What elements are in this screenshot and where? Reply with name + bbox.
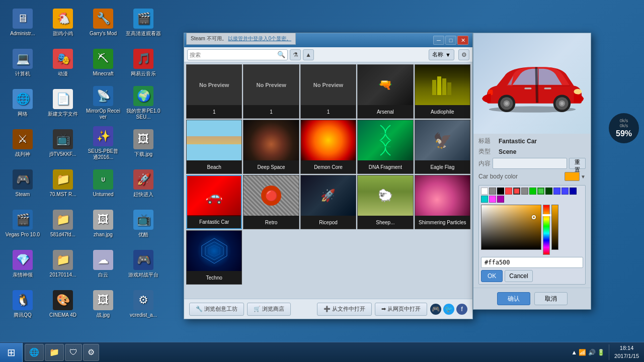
preset-red1[interactable] bbox=[505, 188, 512, 195]
wallpaper-item-noprev1[interactable]: No Preview 1 bbox=[186, 64, 242, 119]
desktop-icon-gaoqing[interactable]: 🎬 至高清道观看器 bbox=[123, 3, 164, 43]
wallpaper-item-eagleflag[interactable]: 🦅 Eagle Flag bbox=[415, 120, 470, 174]
preset-magenta[interactable] bbox=[489, 196, 496, 203]
preview-panel: 标题 Fantastic Car 类型 Scene 内容 重置 Car body… bbox=[473, 33, 591, 310]
confirm-button[interactable]: 确认 bbox=[497, 292, 530, 305]
desktop-icon-mirrorreceiver[interactable]: 📡 MirrorOp Receiver bbox=[83, 83, 123, 123]
taskbar-item-explorer[interactable]: 📁 bbox=[45, 344, 64, 361]
search-input[interactable] bbox=[190, 52, 277, 58]
color-ok-button[interactable]: OK bbox=[481, 270, 503, 282]
desktop-icon-qq[interactable]: 🐧 腾讯QQ bbox=[3, 284, 43, 324]
color-cancel-button[interactable]: Cancel bbox=[505, 270, 532, 282]
wallpaper-item-beach[interactable]: Beach bbox=[186, 120, 242, 174]
desktop-icon-wodeworld[interactable]: 🌍 我的世界PE1.0SEU... bbox=[123, 83, 164, 123]
desktop-icon-minecraft[interactable]: ⛏ Minecraft bbox=[83, 43, 123, 83]
wallpaper-item-arsenal[interactable]: 🔫 Arsenal bbox=[357, 64, 413, 119]
desktop-icon-admin[interactable]: 🖥 Administr... bbox=[3, 3, 43, 43]
desktop-icon-youku[interactable]: 📺 优酷 bbox=[123, 204, 164, 244]
close-button[interactable]: ✕ bbox=[457, 36, 468, 45]
desktop-icon-youxiduizhan[interactable]: 🎮 游戏对战平台 bbox=[123, 244, 164, 284]
color-swatch[interactable] bbox=[565, 172, 580, 181]
desktop-icon-qingjing[interactable]: 💎 亲情神领 bbox=[3, 244, 43, 284]
wallpaper-item-ricepod[interactable]: 🚀 Ricepod bbox=[300, 175, 356, 229]
preset-darkgreen[interactable] bbox=[545, 188, 552, 195]
social-icons: 🎮 🐦 f bbox=[430, 303, 467, 316]
desktop-icon-cinema4d[interactable]: 🎨 CINEMA 4D bbox=[43, 284, 83, 324]
desktop-icon-xiazajpg[interactable]: 🖼 下载.jpg bbox=[123, 123, 164, 163]
filter-button[interactable]: ⚗ bbox=[290, 49, 301, 60]
taskbar-item-ie[interactable]: 🌐 bbox=[25, 344, 44, 361]
desktop-icon-dongtai[interactable]: 🎭 动漫 bbox=[43, 43, 83, 83]
preset-blue2[interactable] bbox=[561, 188, 569, 195]
desktop-icon-steam[interactable]: 🎮 Steam bbox=[3, 163, 43, 204]
preset-darkblue[interactable] bbox=[570, 188, 577, 195]
preset-red-selected[interactable] bbox=[513, 188, 520, 195]
open-web-button[interactable]: ➡ 从网页中打开 bbox=[375, 303, 427, 316]
reset-button[interactable]: 重置 bbox=[569, 158, 586, 169]
wallpaper-item-noprev3[interactable]: No Preview 1 bbox=[300, 64, 356, 119]
preset-green-selected[interactable] bbox=[537, 188, 544, 195]
svg-marker-8 bbox=[205, 242, 223, 260]
browse-workshop-button[interactable]: 🔧 浏览创意工坊 bbox=[189, 303, 244, 316]
desktop-icon-vcredist[interactable]: ⚙ vcredist_a... bbox=[123, 284, 164, 324]
steam-notification-link[interactable]: 以接管并中登录入0个显密。 bbox=[228, 36, 291, 41]
color-hex-input[interactable] bbox=[481, 257, 583, 268]
desktop-icon-tianjixiaoji[interactable]: 🐔 甜鸡小鸡 bbox=[43, 3, 83, 43]
color-hue-strip[interactable] bbox=[543, 205, 550, 255]
desktop-icon-wangluo[interactable]: 🌐 网络 bbox=[3, 83, 43, 123]
desktop-icon-zhanlieshen[interactable]: ⚔ 战列神 bbox=[3, 123, 43, 163]
wallpaper-thumb-fantasticcar: 🚗 bbox=[187, 176, 241, 216]
sort-dropdown[interactable]: 名称 ▼ bbox=[429, 49, 454, 60]
desktop-icon-jisuanji[interactable]: 💻 计算机 bbox=[3, 43, 43, 83]
wallpaper-item-fantasticcar[interactable]: 🚗 Fantastic Car bbox=[186, 175, 242, 229]
color-dropdown-arrow[interactable]: ▼ bbox=[581, 174, 586, 179]
minimize-button[interactable]: ─ bbox=[433, 36, 444, 45]
desktop-icon-wangyiyunyinyue[interactable]: 🎵 网易云音乐 bbox=[123, 43, 164, 83]
wallpaper-item-noprev2[interactable]: No Preview 1 bbox=[243, 64, 299, 119]
maximize-button[interactable]: □ bbox=[445, 36, 456, 45]
desktop-icon-20170114[interactable]: 📁 20170114... bbox=[43, 244, 83, 284]
preset-cyan[interactable] bbox=[481, 196, 488, 203]
color-alpha-strip[interactable] bbox=[551, 205, 558, 250]
wallpaper-item-deepspace[interactable]: Deep Space bbox=[243, 120, 299, 174]
desktop-icon-zhanjpg[interactable]: 🖼 zhan.jpg bbox=[83, 204, 123, 244]
color-gradient-area[interactable] bbox=[481, 205, 541, 250]
settings-button[interactable]: ⚙ bbox=[458, 49, 469, 60]
preset-black[interactable] bbox=[497, 188, 504, 195]
desktop-icon-j9tv[interactable]: 📺 j9TV5KKF... bbox=[43, 123, 83, 163]
facebook-social-icon[interactable]: f bbox=[456, 304, 467, 315]
preset-gray[interactable] bbox=[489, 188, 496, 195]
desktop-icon-gankuaijinru[interactable]: 🚀 赶快进入 bbox=[123, 163, 164, 204]
wallpaper-item-dna[interactable]: DNA Fragment bbox=[357, 120, 413, 174]
preset-white[interactable] bbox=[481, 188, 488, 195]
wallpaper-item-sheep[interactable]: 🐑 Sheep... bbox=[357, 175, 413, 229]
desktop-icon-70mst[interactable]: 📁 70.MST R... bbox=[43, 163, 83, 204]
desktop-icon-zhanjpg2[interactable]: 🖼 战.jpg bbox=[83, 284, 123, 324]
taskbar-item-security[interactable]: 🛡 bbox=[65, 344, 82, 361]
preset-gray2[interactable] bbox=[521, 188, 528, 195]
content-input[interactable] bbox=[493, 158, 567, 169]
desktop-icon-unturned[interactable]: U Unturned bbox=[83, 163, 123, 204]
browse-store-button[interactable]: 🛒 浏览商店 bbox=[247, 303, 291, 316]
taskbar-item-controlpanel[interactable]: ⚙ bbox=[83, 344, 99, 361]
preset-green1[interactable] bbox=[529, 188, 536, 195]
wallpaper-item-audiophile[interactable]: Audiophile bbox=[415, 64, 470, 119]
desktop-icon-vegaspro[interactable]: 🎬 Vegas Pro 10.0 bbox=[3, 204, 43, 244]
wallpaper-item-techno[interactable]: Techno bbox=[186, 230, 242, 285]
wallpaper-item-retro[interactable]: 🔴 Retro bbox=[243, 175, 299, 229]
desktop-icon-581d47fd[interactable]: 📁 581d47fd... bbox=[43, 204, 83, 244]
steam-social-icon[interactable]: 🎮 bbox=[430, 304, 441, 315]
open-file-button[interactable]: ➕ 从文件中打开 bbox=[317, 303, 372, 316]
start-button[interactable]: ⊞ bbox=[0, 343, 23, 362]
desktop-icon-garrysmod[interactable]: 🔧 Garry's Mod bbox=[83, 3, 123, 43]
twitter-social-icon[interactable]: 🐦 bbox=[443, 304, 454, 315]
sort-up-button[interactable]: ▲ bbox=[303, 49, 314, 60]
desktop-icon-seus[interactable]: ✨ SEUS-PBE普通2016... bbox=[83, 123, 123, 163]
desktop-icon-baiyun[interactable]: ☁ 白云 bbox=[83, 244, 123, 284]
wallpaper-item-shimmering[interactable]: Shimmering Particles bbox=[415, 175, 470, 229]
preset-blue1[interactable] bbox=[553, 188, 560, 195]
wallpaper-item-demoncore[interactable]: Demon Core bbox=[300, 120, 356, 174]
preset-purple[interactable] bbox=[497, 196, 504, 203]
desktop-icon-jianyouwenjian[interactable]: 📄 新建文字文件 bbox=[43, 83, 83, 123]
cancel-button[interactable]: 取消 bbox=[534, 292, 568, 305]
